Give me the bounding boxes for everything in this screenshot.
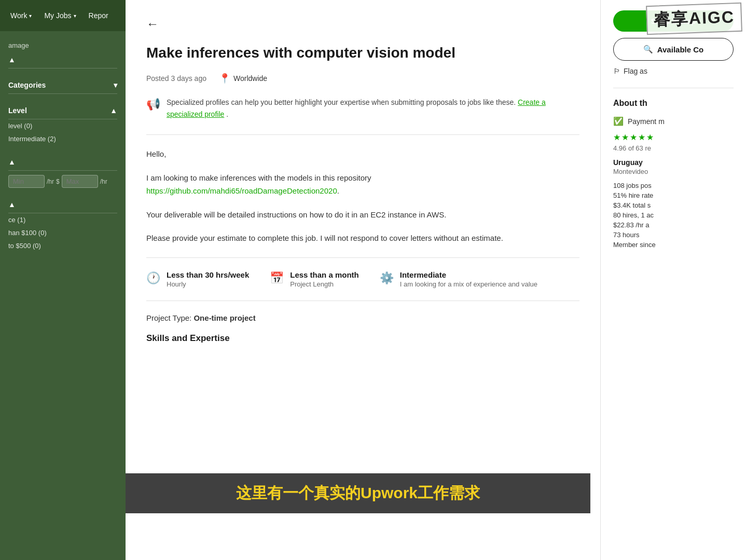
sidebar-damage-label: amage: [8, 39, 117, 51]
github-link[interactable]: https://github.com/mahdi65/roadDamageDet…: [146, 186, 337, 195]
about-client: About th ✅ Payment m ★ ★ ★ ★ ★ 4.96 of 6…: [613, 88, 734, 249]
project-type-label: Project Type: One-time project: [146, 313, 256, 322]
star-4: ★: [638, 132, 645, 142]
detail-level: ⚙️ Intermediate I am looking for a mix o…: [380, 270, 537, 288]
star-5: ★: [646, 132, 654, 142]
star-rating: ★ ★ ★ ★ ★: [613, 132, 734, 142]
price-dollar: $: [56, 178, 60, 185]
star-1: ★: [613, 132, 620, 142]
sidebar-section-collapsed: ▲: [8, 51, 117, 69]
sidebar-level-toggle[interactable]: Level ▲: [8, 102, 117, 119]
detail-main-level: Intermediate: [400, 270, 537, 279]
job-details-grid: 🕐 Less than 30 hrs/week Hourly 📅 Less th…: [146, 257, 579, 301]
star-2: ★: [621, 132, 629, 142]
chevron-up-icon: ▲: [110, 106, 117, 115]
chevron-down-icon: ▾: [114, 81, 117, 89]
filter-exp-2: han $100 (0): [8, 226, 117, 239]
sidebar-level-section: Level ▲ level (0) Intermediate (2): [8, 102, 117, 145]
rating-text: 4.96 of 63 re: [613, 144, 734, 152]
back-button[interactable]: ←: [146, 17, 159, 31]
payment-verified: ✅ Payment m: [613, 116, 734, 126]
subtitle-bar: 这里有一个真实的Upwork工作需求: [126, 473, 590, 513]
alert-box: 📢 Specialized profiles can help you bett…: [146, 94, 579, 122]
detail-length: 📅 Less than a month Project Length: [270, 270, 359, 288]
price-hr-label2: /hr: [100, 178, 107, 185]
sidebar-price-toggle[interactable]: ▲: [8, 154, 117, 171]
sidebar-categories-section: Categories ▾: [8, 77, 117, 94]
client-city: Montevideo: [613, 168, 734, 175]
posted-date: Posted 3 days ago: [146, 74, 206, 83]
sidebar-collapse-toggle[interactable]: ▲: [8, 51, 117, 69]
hire-rate: 51% hire rate: [613, 192, 734, 199]
member-since: Member since: [613, 241, 734, 249]
hires: 80 hires, 1 ac: [613, 211, 734, 219]
right-sidebar: Send a prop 🔍 Available Co 🏳 Flag as Abo…: [601, 0, 746, 560]
star-3: ★: [630, 132, 637, 142]
price-max-input[interactable]: [62, 175, 98, 188]
job-title: Make inferences with computer vision mod…: [146, 44, 579, 62]
filter-intermediate: Intermediate (2): [8, 132, 117, 145]
detail-sub-hours: Hourly: [167, 280, 249, 288]
chevron-icon: ▾: [74, 13, 76, 19]
gear-icon: ⚙️: [380, 271, 394, 285]
flag-link[interactable]: 🏳 Flag as: [613, 67, 734, 75]
location-icon: 📍: [219, 73, 230, 84]
verified-icon: ✅: [613, 116, 624, 126]
sidebar-price-section: ▲ /hr $ /hr: [8, 154, 117, 188]
divider-1: [146, 134, 579, 135]
skills-title: Skills and Expertise: [146, 333, 579, 344]
sidebar-experience-toggle[interactable]: ▲: [8, 196, 117, 213]
client-country: Uruguay: [613, 158, 734, 167]
price-hr-label: /hr: [47, 178, 54, 185]
sidebar-categories-toggle[interactable]: Categories ▾: [8, 77, 117, 94]
alert-text: Specialized profiles can help you better…: [167, 97, 579, 120]
clock-icon: 🕐: [146, 271, 160, 285]
project-type-section: Project Type: One-time project: [146, 313, 579, 323]
job-desc-4: Please provide your estimate to complete…: [146, 231, 579, 245]
search-icon: 🔍: [643, 45, 653, 54]
jobs-posted: 108 jobs pos: [613, 182, 734, 189]
megaphone-icon: 📢: [146, 98, 160, 111]
job-desc-hello: Hello,: [146, 147, 579, 161]
location-text: Worldwide: [233, 74, 267, 83]
hours: 73 hours: [613, 231, 734, 239]
detail-main-length: Less than a month: [290, 270, 359, 279]
price-min-input[interactable]: [8, 175, 45, 188]
filter-exp-1: ce (1): [8, 213, 117, 226]
total-spent: $3.4K total s: [613, 201, 734, 209]
price-range-inputs: /hr $ /hr: [8, 175, 117, 188]
available-connects-button[interactable]: 🔍 Available Co: [613, 38, 734, 61]
job-desc-2: I am looking to make inferences with the…: [146, 171, 579, 198]
job-meta: Posted 3 days ago 📍 Worldwide: [146, 73, 579, 84]
flag-icon: 🏳: [613, 67, 620, 75]
avg-rate: $22.83 /hr a: [613, 221, 734, 229]
detail-hours: 🕐 Less than 30 hrs/week Hourly: [146, 270, 249, 288]
job-location: 📍 Worldwide: [219, 73, 267, 84]
nav-reports[interactable]: Repor: [84, 8, 114, 23]
sidebar: amage ▲ Categories ▾ Level ▲ level (0) I…: [0, 31, 126, 560]
filter-exp-3: to $500 (0): [8, 239, 117, 252]
detail-main-hours: Less than 30 hrs/week: [167, 270, 249, 279]
job-desc-3: Your deliverable will be detailed instru…: [146, 208, 579, 222]
sidebar-experience-section: ▲ ce (1) han $100 (0) to $500 (0): [8, 196, 117, 252]
skills-section: Skills and Expertise: [146, 333, 579, 344]
top-nav: Work ▾ My Jobs ▾ Repor: [0, 0, 126, 31]
nav-my-jobs[interactable]: My Jobs ▾: [39, 8, 81, 23]
chevron-icon: ▾: [29, 13, 32, 19]
filter-level-entry: level (0): [8, 119, 117, 132]
calendar-icon: 📅: [270, 271, 284, 285]
about-client-title: About th: [613, 99, 734, 108]
nav-work[interactable]: Work ▾: [5, 8, 37, 23]
watermark: 睿享AIGC: [646, 3, 742, 35]
detail-sub-level: I am looking for a mix of experience and…: [400, 280, 537, 288]
detail-sub-length: Project Length: [290, 280, 359, 288]
project-type-value: One-time project: [194, 313, 255, 322]
